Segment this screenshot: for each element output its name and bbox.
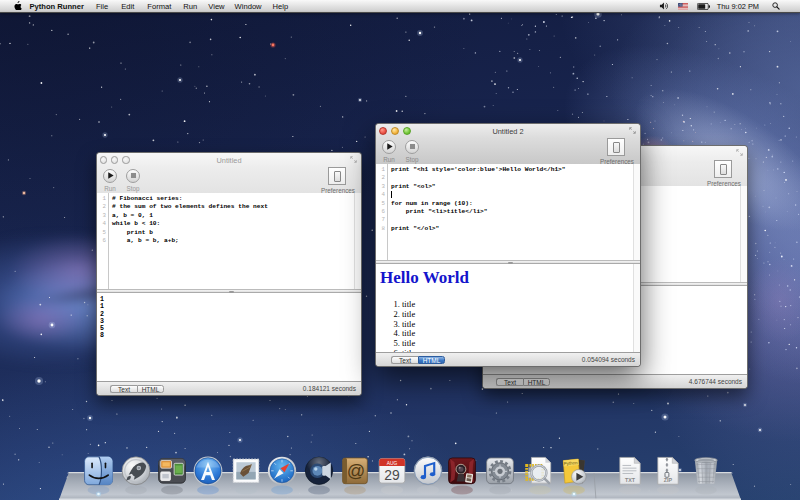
svg-text:29: 29 bbox=[384, 467, 400, 483]
svg-text:Python: Python bbox=[564, 460, 579, 466]
svg-text:ZIP: ZIP bbox=[664, 477, 673, 483]
svg-text:@: @ bbox=[347, 461, 366, 481]
svg-text:AUG: AUG bbox=[387, 461, 398, 466]
svg-text:TXT: TXT bbox=[625, 477, 636, 483]
